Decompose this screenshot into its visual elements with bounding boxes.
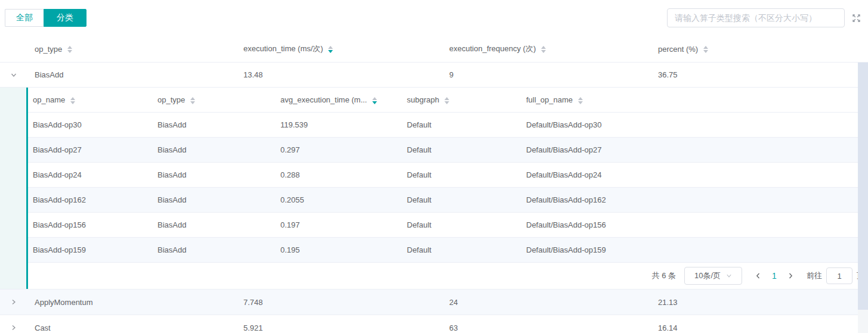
subgraph-cell: Default	[402, 170, 521, 179]
current-page[interactable]: 1	[766, 271, 783, 281]
inner-table: op_name op_type avg_execution_time (m...…	[28, 88, 868, 289]
sort-carets-icon[interactable]	[541, 46, 546, 53]
column-label: execution_frequency (次)	[449, 44, 536, 53]
vertical-scrollbar-track[interactable]	[858, 63, 868, 333]
tab-group: 全部 分类	[5, 9, 87, 27]
column-header-op-type[interactable]: op_type	[153, 95, 276, 104]
full-op-name-cell: Default/BiasAdd-op159	[521, 245, 868, 254]
chevron-down-icon[interactable]	[10, 71, 17, 79]
table-row[interactable]: BiasAdd-op159 BiasAdd 0.195 Default Defa…	[28, 238, 868, 263]
sort-carets-icon[interactable]	[372, 97, 377, 104]
sort-carets-icon[interactable]	[67, 46, 72, 53]
op-type-cell: BiasAdd	[153, 145, 276, 154]
column-header-subgraph[interactable]: subgraph	[402, 95, 521, 104]
goto-label: 前往	[807, 270, 822, 281]
sort-carets-icon[interactable]	[328, 46, 333, 53]
sort-carets-icon[interactable]	[190, 97, 195, 104]
op-type-cell: BiasAdd	[153, 195, 276, 204]
column-label: op_type	[157, 95, 185, 104]
subgraph-cell: Default	[402, 245, 521, 254]
avg-execution-time-cell: 0.2055	[276, 195, 402, 204]
page-size-select[interactable]: 10条/页	[684, 267, 742, 285]
subgraph-cell: Default	[402, 145, 521, 154]
sort-carets-icon[interactable]	[70, 97, 75, 104]
column-label: avg_execution_time (m...	[280, 95, 367, 104]
avg-execution-time-cell: 119.539	[276, 120, 402, 129]
prev-page-button[interactable]	[750, 267, 766, 284]
op-name-cell: BiasAdd-op30	[28, 120, 153, 129]
execution-time-cell: 7.748	[243, 298, 449, 307]
chevron-right-icon[interactable]	[10, 324, 17, 331]
full-op-name-cell: Default/BiasAdd-op30	[521, 120, 868, 129]
chevron-right-icon[interactable]	[10, 298, 17, 306]
column-label: op_type	[35, 45, 62, 54]
table-row-biasadd[interactable]: BiasAdd 13.48 9 36.75	[0, 63, 868, 88]
table-row[interactable]: BiasAdd-op24 BiasAdd 0.288 Default Defau…	[28, 163, 868, 188]
op-type-cell: Cast	[0, 323, 243, 332]
table-row[interactable]: BiasAdd-op27 BiasAdd 0.297 Default Defau…	[28, 138, 868, 163]
expanded-gutter	[0, 88, 26, 289]
percent-cell: 16.14	[658, 323, 868, 332]
tab-category[interactable]: 分类	[44, 9, 87, 27]
chevron-left-icon	[755, 272, 762, 279]
sort-carets-icon[interactable]	[703, 46, 708, 53]
full-op-name-cell: Default/BiasAdd-op162	[521, 195, 868, 204]
execution-time-cell: 5.921	[243, 323, 449, 332]
expanded-detail-panel: op_name op_type avg_execution_time (m...…	[0, 88, 868, 290]
op-name-cell: BiasAdd-op159	[28, 245, 153, 254]
op-name-cell: BiasAdd-op162	[28, 195, 153, 204]
full-op-name-cell: Default/BiasAdd-op24	[521, 170, 868, 179]
table-row-cast[interactable]: Cast 5.921 63 16.14	[0, 315, 868, 333]
avg-execution-time-cell: 0.195	[276, 245, 402, 254]
op-type-cell: BiasAdd	[153, 220, 276, 229]
avg-execution-time-cell: 0.297	[276, 145, 402, 154]
avg-execution-time-cell: 0.288	[276, 170, 402, 179]
execution-frequency-cell: 24	[449, 298, 658, 307]
search-input[interactable]	[667, 8, 845, 27]
goto-page-input[interactable]	[826, 267, 852, 284]
op-name-cell: BiasAdd-op27	[28, 145, 153, 154]
percent-cell: 21.13	[658, 298, 868, 307]
chevron-down-icon	[726, 273, 732, 279]
op-type-value: Cast	[35, 323, 51, 332]
fullscreen-icon	[852, 14, 861, 23]
execution-frequency-cell: 9	[449, 70, 658, 79]
column-header-op-name[interactable]: op_name	[28, 95, 153, 104]
execution-time-cell: 13.48	[243, 70, 449, 79]
column-label: subgraph	[407, 95, 439, 104]
subgraph-cell: Default	[402, 195, 521, 204]
subgraph-cell: Default	[402, 120, 521, 129]
column-label: execution_time (ms/次)	[243, 44, 323, 53]
vertical-scrollbar-thumb[interactable]	[858, 63, 868, 310]
column-header-execution-frequency[interactable]: execution_frequency (次)	[449, 43, 658, 54]
op-type-cell: BiasAdd	[153, 120, 276, 129]
table-row[interactable]: BiasAdd-op30 BiasAdd 119.539 Default Def…	[28, 113, 868, 138]
next-page-button[interactable]	[783, 267, 798, 284]
op-type-cell: BiasAdd	[0, 70, 243, 79]
page-size-value: 10条/页	[694, 270, 721, 281]
op-name-cell: BiasAdd-op24	[28, 170, 153, 179]
column-header-op-type[interactable]: op_type	[0, 45, 243, 54]
table-row[interactable]: BiasAdd-op162 BiasAdd 0.2055 Default Def…	[28, 188, 868, 213]
column-header-full-op-name[interactable]: full_op_name	[521, 95, 868, 104]
fullscreen-button[interactable]	[848, 10, 864, 26]
table-row[interactable]: BiasAdd-op156 BiasAdd 0.197 Default Defa…	[28, 213, 868, 238]
op-type-value: ApplyMomentum	[35, 298, 93, 307]
table-row-applymomentum[interactable]: ApplyMomentum 7.748 24 21.13	[0, 290, 868, 315]
column-header-execution-time[interactable]: execution_time (ms/次)	[243, 43, 449, 54]
pagination-total: 共 6 条	[652, 270, 676, 281]
tab-all[interactable]: 全部	[5, 9, 44, 27]
chevron-right-icon	[787, 272, 794, 279]
column-header-percent[interactable]: percent (%)	[658, 45, 868, 54]
subgraph-cell: Default	[402, 220, 521, 229]
column-label: full_op_name	[526, 95, 573, 104]
column-label: percent (%)	[658, 45, 698, 54]
sort-carets-icon[interactable]	[578, 97, 583, 104]
column-header-avg-execution-time[interactable]: avg_execution_time (m...	[276, 95, 402, 104]
toolbar-right	[667, 8, 864, 27]
percent-cell: 36.75	[658, 70, 868, 79]
column-label: op_name	[33, 95, 65, 104]
op-name-cell: BiasAdd-op156	[28, 220, 153, 229]
sort-carets-icon[interactable]	[444, 97, 449, 104]
op-type-cell: ApplyMomentum	[0, 298, 243, 307]
